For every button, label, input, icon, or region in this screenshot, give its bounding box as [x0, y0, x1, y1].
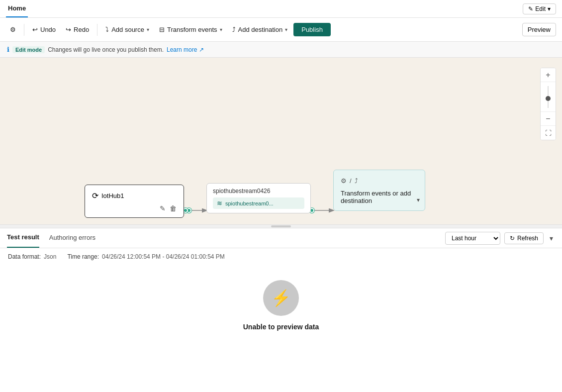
toolbar: ⚙ ↩ Undo ↪ Redo ⤵ Add source ▾ ⊟ Transfo… [0, 18, 562, 42]
settings-icon: ⚙ [10, 26, 16, 33]
info-icon: ℹ [7, 46, 9, 53]
expand-panel-button[interactable]: ▾ [548, 233, 555, 243]
data-format-label: Data format: [8, 253, 41, 260]
transform-export-icon: ⤴ [355, 177, 358, 185]
edit-mode-bar: ℹ Edit mode Changes will go live once yo… [0, 42, 562, 58]
zoom-slider-track [541, 82, 556, 112]
edit-node-icon[interactable]: ✎ [160, 204, 166, 212]
undo-button[interactable]: ↩ Undo [28, 23, 60, 36]
transform-node-text: Transform events or add destination [341, 190, 418, 204]
transform-node[interactable]: ⚙ / ⤴ Transform events or add destinatio… [333, 170, 425, 211]
toolbar-divider-1 [24, 24, 24, 36]
canvas: ⟳ IotHub1 ✎ 🗑 spiothubestream0426 ≋ spio… [0, 58, 562, 224]
transform-events-button[interactable]: ⊟ Transform events ▾ [155, 23, 226, 36]
edit-chevron-icon: ▾ [548, 5, 551, 12]
toolbar-divider-2 [97, 24, 97, 36]
add-source-chevron-icon: ▾ [147, 27, 149, 32]
data-format-value: Json [44, 253, 56, 260]
time-range-value: 04/26/24 12:00:54 PM - 04/26/24 01:00:54… [102, 253, 225, 260]
zoom-in-button[interactable]: + [541, 68, 556, 82]
delete-node-icon[interactable]: 🗑 [170, 204, 177, 212]
iothub-icon: ⟳ [92, 191, 98, 200]
zoom-controls: + − ⛶ [540, 68, 556, 140]
redo-icon: ↪ [66, 26, 71, 33]
redo-button[interactable]: ↪ Redo [62, 23, 93, 36]
publish-button[interactable]: Publish [293, 23, 331, 36]
refresh-button[interactable]: ↻ Refresh [504, 232, 544, 244]
add-destination-button[interactable]: ⤴ Add destination ▾ [228, 23, 292, 36]
zoom-fit-button[interactable]: ⛶ [541, 126, 556, 140]
iothub-node-actions: ✎ 🗑 [92, 204, 177, 212]
stream-icon: ≋ [217, 199, 222, 207]
edit-mode-message: Changes will go live once you publish th… [48, 46, 164, 53]
data-format-row: Data format: Json Time range: 04/26/24 1… [0, 248, 562, 265]
stream-node-item: ≋ spiothubestream0... [213, 197, 304, 209]
iothub-node-title: ⟳ IotHub1 [92, 191, 177, 200]
empty-state-icon: ⚡ [271, 289, 291, 307]
add-destination-chevron-icon: ▾ [285, 27, 287, 32]
add-destination-icon: ⤴ [232, 26, 236, 33]
tabs-right: Last hourLast 6 hoursLast 24 hours ↻ Ref… [445, 232, 555, 245]
stream-node[interactable]: spiothubestream0426 ≋ spiothubestream0..… [206, 183, 311, 213]
time-range-label: Time range: [67, 253, 99, 260]
preview-button[interactable]: Preview [522, 23, 556, 36]
undo-icon: ↩ [32, 26, 38, 33]
zoom-out-button[interactable]: − [541, 112, 556, 126]
tab-test-result[interactable]: Test result [7, 228, 39, 248]
tab-authoring-errors[interactable]: Authoring errors [49, 228, 95, 248]
edit-button[interactable]: ✎ Edit ▾ [523, 3, 556, 14]
resize-dots [271, 225, 291, 227]
transform-node-icons: ⚙ / ⤴ [341, 177, 418, 185]
transform-chevron-icon[interactable]: ▾ [417, 196, 420, 203]
transform-gear-icon: ⚙ [341, 177, 347, 185]
edit-pencil-icon: ✎ [528, 5, 533, 12]
iothub-node[interactable]: ⟳ IotHub1 ✎ 🗑 [85, 185, 184, 218]
tabs-row: Test result Authoring errors Last hourLa… [0, 228, 562, 248]
empty-state-message: Unable to preview data [243, 323, 319, 331]
add-source-button[interactable]: ⤵ Add source ▾ [101, 23, 153, 36]
learn-more-link[interactable]: Learn more ↗ [167, 46, 204, 53]
bottom-panel: Test result Authoring errors Last hourLa… [0, 228, 562, 341]
zoom-handle[interactable] [546, 96, 551, 101]
time-filter-select[interactable]: Last hourLast 6 hoursLast 24 hours [445, 232, 500, 245]
refresh-icon: ↻ [510, 235, 515, 242]
transform-chevron-icon: ▾ [220, 27, 222, 32]
home-tab[interactable]: Home [6, 0, 28, 17]
empty-icon-circle: ⚡ [263, 280, 299, 316]
empty-state: ⚡ Unable to preview data [0, 265, 562, 341]
settings-button[interactable]: ⚙ [6, 23, 20, 36]
title-bar: Home ✎ Edit ▾ [0, 0, 562, 18]
add-source-icon: ⤵ [105, 26, 109, 33]
resize-handle[interactable] [0, 224, 562, 228]
zoom-track-line [548, 86, 549, 108]
transform-slash: / [350, 177, 352, 185]
transform-icon: ⊟ [159, 26, 165, 33]
stream-node-title: spiothubestream0426 [213, 188, 304, 195]
edit-mode-badge: Edit mode [12, 46, 45, 53]
